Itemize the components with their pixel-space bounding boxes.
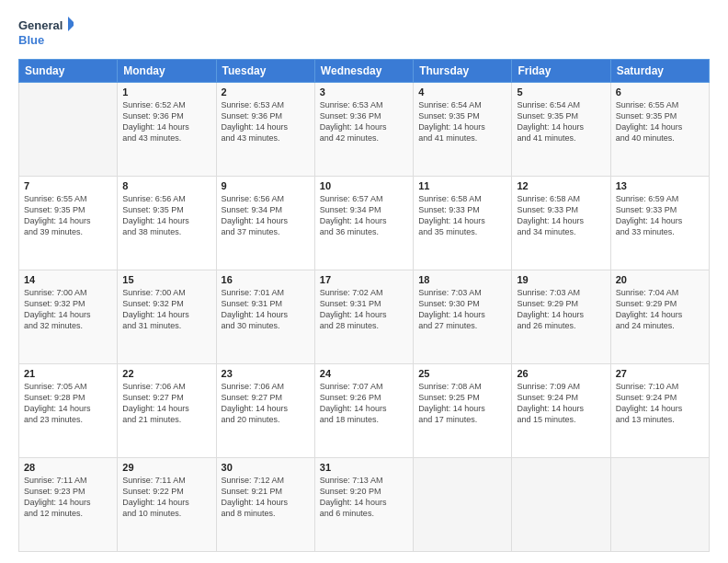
- calendar-cell: 19Sunrise: 7:03 AM Sunset: 9:29 PM Dayli…: [512, 270, 610, 364]
- day-info: Sunrise: 7:01 AM Sunset: 9:31 PM Dayligh…: [222, 287, 310, 332]
- calendar-cell: 15Sunrise: 7:00 AM Sunset: 9:32 PM Dayli…: [118, 270, 216, 364]
- week-row-4: 21Sunrise: 7:05 AM Sunset: 9:28 PM Dayli…: [19, 364, 710, 458]
- calendar-cell: 20Sunrise: 7:04 AM Sunset: 9:29 PM Dayli…: [610, 270, 709, 364]
- calendar-page: General Blue SundayMondayTuesdayWednesda…: [0, 0, 728, 563]
- calendar-cell: 7Sunrise: 6:55 AM Sunset: 9:35 PM Daylig…: [19, 177, 118, 270]
- day-info: Sunrise: 7:11 AM Sunset: 9:23 PM Dayligh…: [24, 475, 112, 520]
- day-number: 1: [122, 86, 210, 98]
- day-info: Sunrise: 7:03 AM Sunset: 9:30 PM Dayligh…: [418, 287, 506, 332]
- calendar-cell: [414, 458, 512, 552]
- week-row-3: 14Sunrise: 7:00 AM Sunset: 9:32 PM Dayli…: [19, 270, 710, 364]
- day-info: Sunrise: 7:08 AM Sunset: 9:25 PM Dayligh…: [418, 381, 506, 426]
- day-number: 7: [24, 180, 112, 191]
- calendar-table: SundayMondayTuesdayWednesdayThursdayFrid…: [18, 59, 710, 552]
- calendar-cell: 24Sunrise: 7:07 AM Sunset: 9:26 PM Dayli…: [314, 364, 413, 458]
- day-info: Sunrise: 6:54 AM Sunset: 9:35 PM Dayligh…: [418, 99, 506, 144]
- day-number: 19: [517, 274, 605, 285]
- calendar-cell: 18Sunrise: 7:03 AM Sunset: 9:30 PM Dayli…: [414, 270, 512, 364]
- header: General Blue: [18, 15, 710, 50]
- day-info: Sunrise: 7:06 AM Sunset: 9:27 PM Dayligh…: [122, 381, 210, 426]
- day-info: Sunrise: 7:00 AM Sunset: 9:32 PM Dayligh…: [24, 287, 112, 332]
- day-info: Sunrise: 7:10 AM Sunset: 9:24 PM Dayligh…: [616, 381, 704, 426]
- calendar-cell: 5Sunrise: 6:54 AM Sunset: 9:35 PM Daylig…: [512, 83, 610, 177]
- weekday-header-monday: Monday: [118, 60, 216, 83]
- day-info: Sunrise: 7:11 AM Sunset: 9:22 PM Dayligh…: [122, 475, 210, 520]
- day-number: 28: [24, 462, 112, 473]
- day-info: Sunrise: 7:07 AM Sunset: 9:26 PM Dayligh…: [320, 381, 408, 426]
- week-row-2: 7Sunrise: 6:55 AM Sunset: 9:35 PM Daylig…: [19, 177, 710, 270]
- calendar-cell: 13Sunrise: 6:59 AM Sunset: 9:33 PM Dayli…: [610, 177, 709, 270]
- week-row-1: 1Sunrise: 6:52 AM Sunset: 9:36 PM Daylig…: [19, 83, 710, 177]
- calendar-cell: 11Sunrise: 6:58 AM Sunset: 9:33 PM Dayli…: [414, 177, 512, 270]
- weekday-header-friday: Friday: [512, 60, 610, 83]
- calendar-cell: 16Sunrise: 7:01 AM Sunset: 9:31 PM Dayli…: [216, 270, 314, 364]
- day-number: 24: [320, 368, 408, 379]
- calendar-cell: 4Sunrise: 6:54 AM Sunset: 9:35 PM Daylig…: [414, 83, 512, 177]
- day-number: 10: [320, 180, 408, 191]
- day-info: Sunrise: 6:59 AM Sunset: 9:33 PM Dayligh…: [616, 193, 704, 238]
- calendar-cell: 22Sunrise: 7:06 AM Sunset: 9:27 PM Dayli…: [118, 364, 216, 458]
- calendar-cell: 23Sunrise: 7:06 AM Sunset: 9:27 PM Dayli…: [216, 364, 314, 458]
- calendar-cell: 25Sunrise: 7:08 AM Sunset: 9:25 PM Dayli…: [414, 364, 512, 458]
- day-info: Sunrise: 7:03 AM Sunset: 9:29 PM Dayligh…: [517, 287, 605, 332]
- day-info: Sunrise: 6:57 AM Sunset: 9:34 PM Dayligh…: [320, 193, 408, 238]
- day-info: Sunrise: 7:00 AM Sunset: 9:32 PM Dayligh…: [122, 287, 210, 332]
- svg-text:General: General: [18, 18, 63, 32]
- day-number: 30: [222, 462, 310, 473]
- calendar-cell: [19, 83, 118, 177]
- day-info: Sunrise: 6:58 AM Sunset: 9:33 PM Dayligh…: [418, 193, 506, 238]
- day-number: 15: [122, 274, 210, 285]
- day-info: Sunrise: 6:56 AM Sunset: 9:35 PM Dayligh…: [122, 193, 210, 238]
- weekday-header-thursday: Thursday: [414, 60, 512, 83]
- day-number: 14: [24, 274, 112, 285]
- day-info: Sunrise: 6:52 AM Sunset: 9:36 PM Dayligh…: [122, 99, 210, 144]
- calendar-cell: 8Sunrise: 6:56 AM Sunset: 9:35 PM Daylig…: [118, 177, 216, 270]
- calendar-cell: 31Sunrise: 7:13 AM Sunset: 9:20 PM Dayli…: [314, 458, 413, 552]
- calendar-cell: 21Sunrise: 7:05 AM Sunset: 9:28 PM Dayli…: [19, 364, 118, 458]
- calendar-cell: 3Sunrise: 6:53 AM Sunset: 9:36 PM Daylig…: [314, 83, 413, 177]
- svg-marker-2: [68, 17, 74, 31]
- day-number: 11: [418, 180, 506, 191]
- day-number: 6: [616, 86, 704, 98]
- day-info: Sunrise: 7:06 AM Sunset: 9:27 PM Dayligh…: [222, 381, 310, 426]
- day-number: 22: [122, 368, 210, 379]
- weekday-header-sunday: Sunday: [19, 60, 118, 83]
- general-blue-logo: General Blue: [18, 15, 74, 50]
- day-info: Sunrise: 6:55 AM Sunset: 9:35 PM Dayligh…: [616, 99, 704, 144]
- day-number: 4: [418, 86, 506, 98]
- calendar-cell: 9Sunrise: 6:56 AM Sunset: 9:34 PM Daylig…: [216, 177, 314, 270]
- day-info: Sunrise: 7:09 AM Sunset: 9:24 PM Dayligh…: [517, 381, 605, 426]
- day-number: 31: [320, 462, 408, 473]
- day-info: Sunrise: 7:02 AM Sunset: 9:31 PM Dayligh…: [320, 287, 408, 332]
- calendar-cell: 17Sunrise: 7:02 AM Sunset: 9:31 PM Dayli…: [314, 270, 413, 364]
- day-number: 23: [222, 368, 310, 379]
- day-info: Sunrise: 7:13 AM Sunset: 9:20 PM Dayligh…: [320, 475, 408, 520]
- calendar-cell: 2Sunrise: 6:53 AM Sunset: 9:36 PM Daylig…: [216, 83, 314, 177]
- day-number: 8: [122, 180, 210, 191]
- svg-text:Blue: Blue: [18, 33, 44, 47]
- weekday-header-saturday: Saturday: [610, 60, 709, 83]
- day-number: 21: [24, 368, 112, 379]
- calendar-cell: 26Sunrise: 7:09 AM Sunset: 9:24 PM Dayli…: [512, 364, 610, 458]
- calendar-cell: 12Sunrise: 6:58 AM Sunset: 9:33 PM Dayli…: [512, 177, 610, 270]
- day-number: 29: [122, 462, 210, 473]
- day-number: 18: [418, 274, 506, 285]
- weekday-header-row: SundayMondayTuesdayWednesdayThursdayFrid…: [19, 60, 710, 83]
- calendar-cell: 10Sunrise: 6:57 AM Sunset: 9:34 PM Dayli…: [314, 177, 413, 270]
- week-row-5: 28Sunrise: 7:11 AM Sunset: 9:23 PM Dayli…: [19, 458, 710, 552]
- day-info: Sunrise: 7:05 AM Sunset: 9:28 PM Dayligh…: [24, 381, 112, 426]
- day-info: Sunrise: 7:12 AM Sunset: 9:21 PM Dayligh…: [222, 475, 310, 520]
- day-number: 5: [517, 86, 605, 98]
- day-number: 25: [418, 368, 506, 379]
- weekday-header-wednesday: Wednesday: [314, 60, 413, 83]
- day-info: Sunrise: 6:55 AM Sunset: 9:35 PM Dayligh…: [24, 193, 112, 238]
- day-number: 26: [517, 368, 605, 379]
- calendar-cell: 29Sunrise: 7:11 AM Sunset: 9:22 PM Dayli…: [118, 458, 216, 552]
- calendar-cell: 1Sunrise: 6:52 AM Sunset: 9:36 PM Daylig…: [118, 83, 216, 177]
- day-info: Sunrise: 6:56 AM Sunset: 9:34 PM Dayligh…: [222, 193, 310, 238]
- calendar-cell: 30Sunrise: 7:12 AM Sunset: 9:21 PM Dayli…: [216, 458, 314, 552]
- calendar-cell: 6Sunrise: 6:55 AM Sunset: 9:35 PM Daylig…: [610, 83, 709, 177]
- day-info: Sunrise: 6:53 AM Sunset: 9:36 PM Dayligh…: [320, 99, 408, 144]
- calendar-cell: 28Sunrise: 7:11 AM Sunset: 9:23 PM Dayli…: [19, 458, 118, 552]
- day-info: Sunrise: 6:58 AM Sunset: 9:33 PM Dayligh…: [517, 193, 605, 238]
